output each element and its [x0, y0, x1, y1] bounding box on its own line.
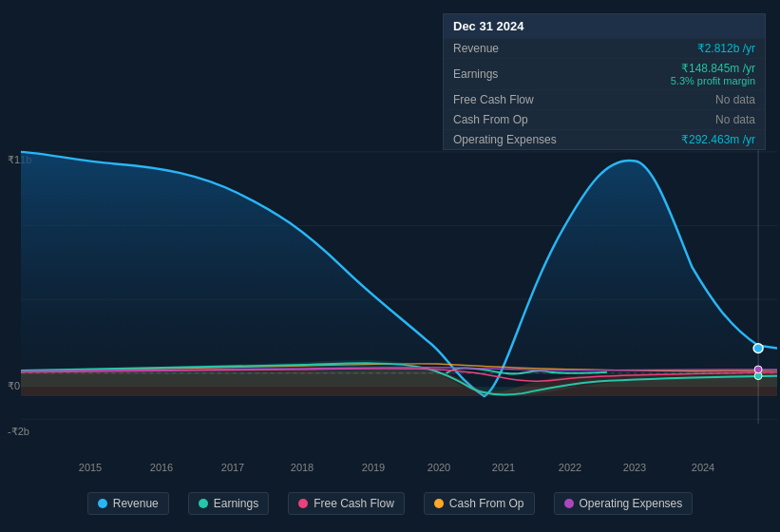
svg-point-7 [753, 344, 763, 353]
x-label-2023: 2023 [623, 462, 646, 473]
tooltip-value-cashop: No data [715, 113, 755, 126]
legend-label-earnings: Earnings [214, 497, 258, 510]
legend-item-earnings[interactable]: Earnings [188, 492, 269, 515]
legend-label-opex: Operating Expenses [580, 497, 683, 510]
tooltip-profit-margin: 5.3% profit margin [671, 75, 755, 86]
tooltip-value-revenue: ₹2.812b /yr [697, 42, 755, 55]
y-label-0: ₹0 [8, 380, 20, 392]
tooltip-row-opex: Operating Expenses ₹292.463m /yr [444, 129, 765, 149]
x-label-2024: 2024 [692, 462, 714, 473]
x-label-2015: 2015 [79, 462, 102, 473]
x-label-2021: 2021 [492, 462, 515, 473]
tooltip-label-fcf: Free Cash Flow [453, 93, 558, 106]
legend-item-fcf[interactable]: Free Cash Flow [288, 492, 405, 515]
legend-label-cashop: Cash From Op [449, 497, 524, 510]
tooltip-label-earnings: Earnings [453, 67, 558, 81]
x-label-2019: 2019 [362, 462, 385, 473]
x-label-2018: 2018 [291, 462, 314, 473]
x-label-2017: 2017 [221, 462, 244, 473]
tooltip-box: Dec 31 2024 Revenue ₹2.812b /yr Earnings… [443, 13, 766, 150]
legend-label-fcf: Free Cash Flow [314, 497, 394, 510]
tooltip-label-cashop: Cash From Op [453, 113, 558, 126]
chart-svg [21, 147, 777, 461]
tooltip-label-revenue: Revenue [453, 42, 558, 55]
legend-dot-cashop [434, 499, 444, 508]
chart-legend: Revenue Earnings Free Cash Flow Cash Fro… [0, 492, 780, 515]
tooltip-label-opex: Operating Expenses [453, 133, 558, 146]
x-label-2022: 2022 [559, 462, 581, 473]
x-label-2016: 2016 [150, 462, 173, 473]
x-label-2020: 2020 [428, 462, 450, 473]
tooltip-row-earnings: Earnings ₹148.845m /yr 5.3% profit margi… [444, 58, 765, 89]
legend-dot-earnings [199, 499, 208, 508]
legend-item-revenue[interactable]: Revenue [87, 492, 169, 515]
tooltip-row-cashop: Cash From Op No data [444, 109, 765, 129]
legend-dot-fcf [298, 499, 308, 508]
tooltip-value-earnings: ₹148.845m /yr [671, 62, 755, 75]
legend-item-cashop[interactable]: Cash From Op [424, 492, 535, 515]
tooltip-value-fcf: No data [715, 93, 755, 106]
legend-dot-opex [564, 499, 574, 508]
legend-dot-revenue [98, 499, 107, 508]
tooltip-row-fcf: Free Cash Flow No data [444, 89, 765, 109]
chart-container: Dec 31 2024 Revenue ₹2.812b /yr Earnings… [0, 0, 780, 532]
legend-label-revenue: Revenue [113, 497, 159, 510]
tooltip-header: Dec 31 2024 [444, 14, 765, 38]
tooltip-row-revenue: Revenue ₹2.812b /yr [444, 38, 765, 58]
svg-point-9 [754, 366, 762, 373]
legend-item-opex[interactable]: Operating Expenses [554, 492, 694, 515]
tooltip-value-opex: ₹292.463m /yr [681, 133, 755, 146]
